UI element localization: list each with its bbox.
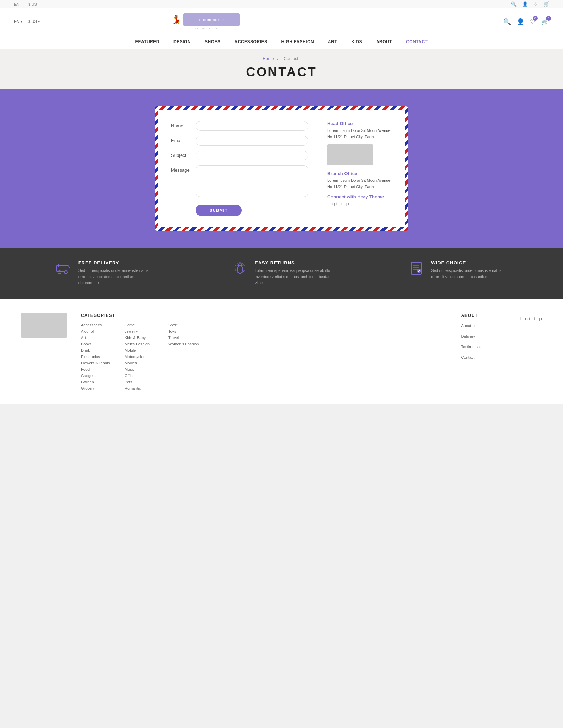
cart-badge: 0 bbox=[546, 16, 551, 21]
header-left: EN ▾ $ US ▾ bbox=[14, 19, 40, 24]
contact-form: Name Email Subject Message SUBMIT bbox=[171, 121, 315, 216]
nav-art[interactable]: ART bbox=[327, 35, 339, 49]
account-button[interactable]: 👤 bbox=[517, 18, 524, 26]
footer-col-3: Sport Toys Travel Women's Fashion bbox=[168, 323, 203, 390]
cat-mobile[interactable]: Mobile bbox=[125, 348, 160, 352]
feature-delivery-content: FREE DELIVERY Sed ut perspiciatis unde o… bbox=[78, 260, 154, 286]
footer-twitter-icon[interactable]: t bbox=[534, 316, 536, 321]
breadcrumb-home[interactable]: Home bbox=[262, 56, 274, 61]
contact-link[interactable]: Contact bbox=[461, 355, 474, 359]
search-button[interactable]: 🔍 bbox=[503, 18, 511, 26]
testimonials-link[interactable]: Testimonials bbox=[461, 345, 482, 349]
delivery-link[interactable]: Delivery bbox=[461, 334, 475, 338]
facebook-icon[interactable]: f bbox=[327, 201, 329, 206]
cat-mens-fashion[interactable]: Men's Fashion bbox=[125, 342, 160, 346]
name-field-group: Name bbox=[171, 121, 315, 131]
footer: CATEGORIEST Accessories Alcohol Art Book… bbox=[0, 299, 563, 404]
delivery-icon bbox=[56, 260, 71, 279]
cat-art[interactable]: Art bbox=[81, 336, 116, 340]
currency-selector[interactable]: $ US ▾ bbox=[28, 19, 40, 24]
nav-design[interactable]: DESIGN bbox=[172, 35, 192, 49]
nav-shoes[interactable]: SHOES bbox=[203, 35, 222, 49]
cat-womens-fashion[interactable]: Women's Fashion bbox=[168, 342, 203, 346]
page-title: CONTACT bbox=[0, 65, 563, 79]
email-input[interactable] bbox=[196, 136, 308, 146]
cat-food[interactable]: Food bbox=[81, 367, 116, 371]
feature-returns-content: EASY RETURNS Totam rem aperiam, eaque ip… bbox=[255, 260, 331, 286]
top-lang[interactable]: EN bbox=[14, 2, 19, 6]
message-label: Message bbox=[171, 165, 196, 173]
head-office-text: Lorem Ipsum Dolor Sit Moon Avenue No:11/… bbox=[327, 128, 392, 140]
cat-kids-baby[interactable]: Kids & Baby bbox=[125, 336, 160, 340]
nav-about[interactable]: ABOUT bbox=[375, 35, 393, 49]
breadcrumb-sep: / bbox=[277, 56, 278, 61]
nav-contact[interactable]: CONTACT bbox=[405, 35, 429, 49]
wishlist-button[interactable]: ♡ 0 bbox=[530, 18, 536, 26]
footer-col-2: Home Jewelry Kids & Baby Men's Fashion M… bbox=[125, 323, 160, 390]
feature-returns: EASY RETURNS Totam rem aperiam, eaque ip… bbox=[232, 260, 331, 286]
cat-movies[interactable]: Movies bbox=[125, 361, 160, 365]
nav-high-fashion[interactable]: HIGH FASHION bbox=[280, 35, 315, 49]
footer-pinterest-icon[interactable]: p bbox=[539, 316, 542, 321]
branch-office-text: Lorem Ipsum Dolor Sit Moon Avenue No:11/… bbox=[327, 178, 392, 190]
cart-icon-top[interactable]: 🛒 bbox=[543, 1, 549, 7]
cat-jewelry[interactable]: Jewelry bbox=[125, 329, 160, 333]
footer-social-icons: f g+ t p bbox=[520, 316, 542, 321]
logo-image: e-commerce bbox=[183, 13, 240, 26]
header: EN ▾ $ US ▾ 💃 e-commerce e-commerce 🔍 👤 … bbox=[0, 8, 563, 35]
cat-gadgets[interactable]: Gadgets bbox=[81, 373, 116, 378]
feature-choice: WIDE CHOICE Sed ut perspiciatis unde omn… bbox=[409, 260, 507, 280]
cat-romantic[interactable]: Romantic bbox=[125, 386, 160, 390]
cat-music[interactable]: Music bbox=[125, 367, 160, 371]
cat-office[interactable]: Office bbox=[125, 373, 160, 378]
cat-home[interactable]: Home bbox=[125, 323, 160, 327]
cart-button[interactable]: 🛒 0 bbox=[541, 18, 549, 26]
cat-accessories[interactable]: Accessories bbox=[81, 323, 116, 327]
logo-sub: e-commerce bbox=[193, 27, 219, 30]
google-plus-icon[interactable]: g+ bbox=[332, 201, 338, 206]
head-office-title: Head Office bbox=[327, 121, 392, 126]
name-input[interactable] bbox=[196, 121, 308, 131]
user-icon-top[interactable]: 👤 bbox=[522, 1, 528, 7]
footer-google-plus-icon[interactable]: g+ bbox=[525, 316, 531, 321]
lang-selector[interactable]: EN ▾ bbox=[14, 19, 23, 24]
about-us-link[interactable]: About us bbox=[461, 324, 476, 328]
twitter-icon[interactable]: t bbox=[341, 201, 343, 206]
wishlist-icon-top[interactable]: ♡ bbox=[533, 1, 538, 7]
cat-books[interactable]: Books bbox=[81, 342, 116, 346]
cat-alcohol[interactable]: Alcohol bbox=[81, 329, 116, 333]
message-field-group: Message bbox=[171, 165, 315, 197]
cat-drink[interactable]: Drink bbox=[81, 348, 116, 352]
breadcrumb-current: Contact bbox=[284, 56, 298, 61]
cat-grocery[interactable]: Grocery bbox=[81, 386, 116, 390]
svg-point-2 bbox=[64, 271, 67, 274]
features-bar: FREE DELIVERY Sed ut perspiciatis unde o… bbox=[0, 248, 563, 299]
cat-flowers[interactable]: Flowers & Plants bbox=[81, 361, 116, 365]
feature-choice-title: WIDE CHOICE bbox=[431, 260, 507, 266]
message-input[interactable] bbox=[196, 165, 308, 197]
footer-facebook-icon[interactable]: f bbox=[520, 316, 521, 321]
subject-input[interactable] bbox=[196, 151, 308, 160]
page-header: Home / Contact CONTACT bbox=[0, 49, 563, 89]
cat-toys[interactable]: Toys bbox=[168, 329, 203, 333]
nav-kids[interactable]: KIDS bbox=[350, 35, 363, 49]
feature-returns-title: EASY RETURNS bbox=[255, 260, 331, 266]
nav-featured[interactable]: FEATURED bbox=[134, 35, 161, 49]
submit-button[interactable]: SUBMIT bbox=[196, 205, 242, 216]
cat-garden[interactable]: Garden bbox=[81, 380, 116, 384]
cat-travel[interactable]: Travel bbox=[168, 336, 203, 340]
search-icon: 🔍 bbox=[503, 18, 511, 25]
feature-choice-text: Sed ut perspiciatis unde omnis iste natu… bbox=[431, 268, 507, 280]
cat-sport[interactable]: Sport bbox=[168, 323, 203, 327]
top-currency[interactable]: $ US bbox=[28, 2, 37, 6]
cat-electronics[interactable]: Electronics bbox=[81, 355, 116, 359]
cat-motorcycles[interactable]: Motorcycles bbox=[125, 355, 160, 359]
search-icon-top[interactable]: 🔍 bbox=[511, 1, 517, 7]
connect-title: Connect with Hezy Theme bbox=[327, 194, 392, 199]
header-logo: 💃 e-commerce e-commerce bbox=[172, 13, 240, 30]
cat-pets[interactable]: Pets bbox=[125, 380, 160, 384]
feature-returns-text: Totam rem aperiam, eaque ipsa quae ab il… bbox=[255, 268, 331, 286]
footer-categories: CATEGORIEST Accessories Alcohol Art Book… bbox=[81, 313, 447, 390]
pinterest-icon[interactable]: p bbox=[346, 201, 349, 206]
nav-accessories[interactable]: ACCESSORIES bbox=[233, 35, 269, 49]
